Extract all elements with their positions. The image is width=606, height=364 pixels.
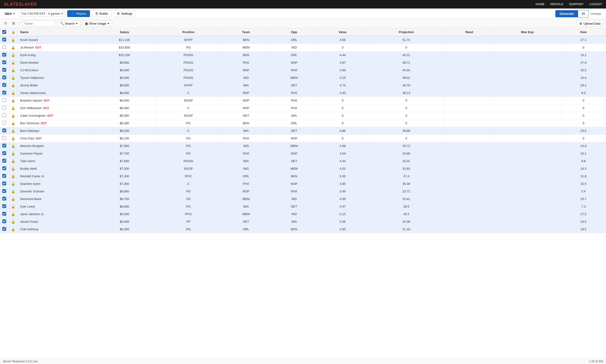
row-select-checkbox[interactable] xyxy=(2,121,6,125)
nav-home[interactable]: HOME xyxy=(536,3,545,6)
name-filter-input[interactable] xyxy=(23,21,56,26)
generate-button[interactable]: Generate xyxy=(555,10,578,17)
tab-builds[interactable]: ☰ Builds xyxy=(92,10,111,17)
row-max-exp[interactable] xyxy=(494,142,561,150)
row-max-exp[interactable] xyxy=(494,97,561,104)
row-lock-icon[interactable]: 🔒 xyxy=(11,197,15,201)
header-lock[interactable]: 🔒 xyxy=(9,28,18,36)
header-name[interactable]: Name xyxy=(18,28,93,36)
row-rand[interactable] xyxy=(445,36,494,44)
header-position[interactable]: Position xyxy=(156,28,222,36)
row-lock-icon[interactable]: 🔒 xyxy=(11,68,15,72)
row-lock-icon[interactable]: 🔒 xyxy=(11,152,15,156)
row-rand[interactable] xyxy=(445,180,494,188)
row-select-checkbox[interactable] xyxy=(2,53,6,57)
row-select-checkbox[interactable] xyxy=(2,136,6,140)
row-lock-icon[interactable]: 🔒 xyxy=(11,61,15,65)
row-rand[interactable] xyxy=(445,226,494,233)
header-own[interactable]: Own xyxy=(561,28,606,36)
row-select-checkbox[interactable] xyxy=(2,174,6,178)
row-select-checkbox[interactable] xyxy=(2,106,6,110)
row-lock-icon[interactable]: 🔒 xyxy=(11,114,15,118)
row-lock-icon[interactable]: 🔒 xyxy=(11,46,15,50)
row-lock-icon[interactable]: 🔒 xyxy=(11,38,15,42)
row-rand[interactable] xyxy=(445,82,494,89)
row-select-checkbox[interactable] xyxy=(2,151,6,155)
row-select-checkbox[interactable] xyxy=(2,159,6,163)
row-max-exp[interactable] xyxy=(494,157,561,165)
row-select-checkbox[interactable] xyxy=(2,189,6,193)
nav-logout[interactable]: LOGOUT xyxy=(589,3,602,6)
row-lock-icon[interactable]: 🔒 xyxy=(11,53,15,57)
row-select-checkbox[interactable] xyxy=(2,166,6,170)
row-select-checkbox[interactable] xyxy=(2,144,6,147)
row-rand[interactable] xyxy=(445,165,494,172)
select-all-checkbox[interactable] xyxy=(2,30,6,34)
row-lock-icon[interactable]: 🔒 xyxy=(11,190,15,193)
sport-selector[interactable]: NBA ▼ xyxy=(3,11,17,17)
row-select-checkbox[interactable] xyxy=(2,197,6,200)
row-select-checkbox[interactable] xyxy=(2,182,6,185)
row-max-exp[interactable] xyxy=(494,44,561,51)
show-usage-button[interactable]: ▦ Show Usage ▼ xyxy=(82,21,112,26)
row-max-exp[interactable] xyxy=(494,51,561,59)
row-lock-icon[interactable]: 🔒 xyxy=(11,205,15,208)
row-max-exp[interactable] xyxy=(494,74,561,82)
row-lock-icon[interactable]: 🔒 xyxy=(11,227,15,231)
row-rand[interactable] xyxy=(445,89,494,97)
row-max-exp[interactable] xyxy=(494,104,561,112)
row-rand[interactable] xyxy=(445,119,494,127)
row-select-checkbox[interactable] xyxy=(2,204,6,208)
row-max-exp[interactable] xyxy=(494,82,561,89)
row-max-exp[interactable] xyxy=(494,226,561,233)
row-rand[interactable] xyxy=(445,218,494,226)
row-rand[interactable] xyxy=(445,74,494,82)
row-rand[interactable] xyxy=(445,203,494,210)
row-max-exp[interactable] xyxy=(494,66,561,74)
row-rand[interactable] xyxy=(445,127,494,135)
tab-players[interactable]: 👤 Players xyxy=(67,10,90,17)
row-select-checkbox[interactable] xyxy=(2,91,6,94)
row-select-checkbox[interactable] xyxy=(2,129,6,132)
row-max-exp[interactable] xyxy=(494,119,561,127)
tab-settings[interactable]: ⚙ Settings xyxy=(113,10,136,17)
row-lock-icon[interactable]: 🔒 xyxy=(11,76,15,80)
row-rand[interactable] xyxy=(445,51,494,59)
row-max-exp[interactable] xyxy=(494,203,561,210)
row-rand[interactable] xyxy=(445,157,494,165)
header-team[interactable]: Team xyxy=(221,28,271,36)
row-select-checkbox[interactable] xyxy=(2,38,6,41)
header-value[interactable]: Value xyxy=(317,28,368,36)
header-opp[interactable]: Opp xyxy=(271,28,317,36)
row-select-checkbox[interactable] xyxy=(2,212,6,216)
row-rand[interactable] xyxy=(445,97,494,104)
row-rand[interactable] xyxy=(445,66,494,74)
header-projection[interactable]: Projection xyxy=(368,28,445,36)
row-lock-icon[interactable]: 🔒 xyxy=(11,144,15,148)
row-max-exp[interactable] xyxy=(494,165,561,172)
search-button[interactable]: 🔍 Search ▼ xyxy=(57,21,80,26)
row-max-exp[interactable] xyxy=(494,218,561,226)
row-rand[interactable] xyxy=(445,104,494,112)
row-select-checkbox[interactable] xyxy=(2,60,6,64)
row-max-exp[interactable] xyxy=(494,135,561,142)
row-max-exp[interactable] xyxy=(494,172,561,180)
row-select-checkbox[interactable] xyxy=(2,98,6,102)
upload-button[interactable]: ⊞ Upload Data xyxy=(577,21,603,26)
row-select-checkbox[interactable] xyxy=(2,45,6,49)
header-max-exp[interactable]: Max Exp xyxy=(494,28,561,36)
row-lock-icon[interactable]: 🔒 xyxy=(11,167,15,171)
row-rand[interactable] xyxy=(445,150,494,157)
row-select-checkbox[interactable] xyxy=(2,113,6,117)
row-select-checkbox[interactable] xyxy=(2,227,6,231)
row-rand[interactable] xyxy=(445,44,494,51)
row-max-exp[interactable] xyxy=(494,150,561,157)
columns-button[interactable]: ⊞ xyxy=(11,20,17,26)
row-max-exp[interactable] xyxy=(494,112,561,119)
row-rand[interactable] xyxy=(445,135,494,142)
row-max-exp[interactable] xyxy=(494,180,561,188)
row-max-exp[interactable] xyxy=(494,195,561,203)
row-rand[interactable] xyxy=(445,172,494,180)
row-lock-icon[interactable]: 🔒 xyxy=(11,84,15,87)
row-lock-icon[interactable]: 🔒 xyxy=(11,121,15,125)
